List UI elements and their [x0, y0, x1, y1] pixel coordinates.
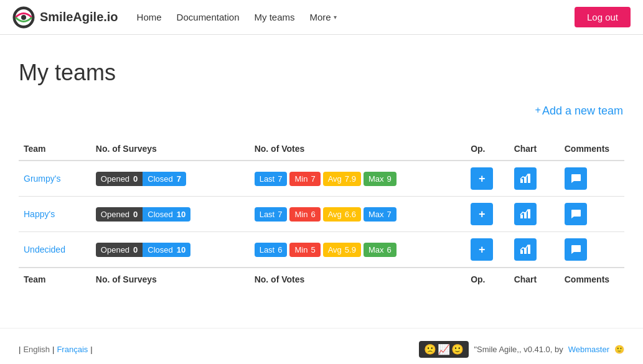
add-op-button-happys[interactable]: +: [471, 203, 493, 225]
footer-col-surveys: No. of Surveys: [91, 268, 250, 291]
nav-more-dropdown[interactable]: More ▾: [310, 12, 337, 22]
survey-badges-undecided: Opened 0 Closed 10: [96, 243, 245, 257]
table-body: Grumpy's Opened 0 Closed 7: [19, 161, 624, 268]
survey-badges-happys: Opened 0 Closed 10: [96, 207, 245, 222]
add-team-link[interactable]: + Add a new team: [535, 105, 624, 118]
comment-icon: [570, 208, 581, 220]
webmaster-link[interactable]: Webmaster: [568, 345, 609, 354]
lang-english: English: [23, 345, 50, 354]
table-header: Team No. of Surveys No. of Votes Op. Cha…: [19, 138, 624, 161]
max-badge: Max 6: [364, 243, 397, 257]
comment-button-grumpys[interactable]: [565, 167, 587, 190]
closed-label: Closed: [148, 210, 172, 219]
nav-myteams[interactable]: My teams: [255, 12, 295, 22]
add-op-button-undecided[interactable]: +: [471, 238, 493, 261]
avg-badge: Avg 7.9: [323, 172, 361, 186]
vote-badges-undecided: Last 6 Min 5 Avg 5.9 Max: [255, 243, 461, 257]
opened-count: 0: [133, 245, 138, 254]
closed-badge-undecided: Closed 10: [143, 243, 190, 257]
nav-links: Home Documentation My teams More ▾: [137, 12, 575, 22]
closed-badge-happys: Closed 10: [143, 207, 190, 222]
opened-count: 0: [133, 210, 138, 219]
min-badge: Min 7: [289, 172, 320, 186]
closed-count: 10: [177, 210, 185, 219]
footer-col-chart: Chart: [509, 268, 560, 291]
plus-icon: +: [535, 105, 541, 118]
opened-badge-undecided: Opened 0: [96, 243, 143, 257]
col-surveys: No. of Surveys: [91, 138, 250, 161]
svg-rect-8: [528, 210, 530, 218]
svg-rect-9: [520, 250, 523, 254]
col-op: Op.: [466, 138, 509, 161]
opened-badge-happys: Opened 0: [96, 207, 143, 222]
chart-icon: [520, 208, 531, 220]
footer-col-votes: No. of Votes: [250, 268, 466, 291]
team-link-grumpys[interactable]: Grumpy's: [24, 174, 60, 184]
chart-button-undecided[interactable]: [514, 238, 537, 261]
max-badge: Max 7: [364, 207, 397, 222]
language-selector: | English | Français |: [19, 345, 93, 354]
page-footer: | English | Français | 🙁 📈 🙂 "Smile Agil…: [0, 328, 643, 364]
chevron-down-icon: ▾: [334, 14, 337, 21]
chart-small-icon: 📈: [438, 343, 450, 355]
avg-badge: Avg 6.6: [323, 207, 361, 222]
col-chart: Chart: [509, 138, 560, 161]
col-comments: Comments: [560, 138, 624, 161]
smiley-icon: 🙂: [614, 345, 624, 354]
op-label: Op.: [471, 144, 485, 154]
min-badge: Min 6: [289, 207, 320, 222]
opened-label: Opened: [101, 174, 129, 184]
opened-label: Opened: [101, 245, 129, 254]
lang-francais-link[interactable]: Français: [57, 345, 88, 354]
add-op-button-grumpys[interactable]: +: [471, 167, 493, 190]
table-row: Undecided Opened 0 Closed 10: [19, 232, 624, 268]
closed-badge-grumpys: Closed 7: [143, 172, 186, 186]
chart-icon: [520, 244, 531, 255]
comment-button-undecided[interactable]: [565, 238, 587, 261]
teams-table: Team No. of Surveys No. of Votes Op. Cha…: [19, 138, 624, 291]
svg-rect-6: [520, 215, 523, 218]
nav-more-label: More: [310, 12, 331, 22]
table-row: Grumpy's Opened 0 Closed 7: [19, 161, 624, 197]
table-footer: Team No. of Surveys No. of Votes Op. Cha…: [19, 268, 624, 291]
team-link-happys[interactable]: Happy's: [24, 209, 55, 219]
chart-button-grumpys[interactable]: [514, 167, 537, 190]
closed-label: Closed: [148, 174, 172, 184]
survey-badges-grumpys: Opened 0 Closed 7: [96, 172, 245, 186]
vote-badges-happys: Last 7 Min 6 Avg 6.6 Max: [255, 207, 461, 222]
closed-label: Closed: [148, 245, 172, 254]
last-badge: Last 7: [255, 172, 288, 186]
footer-icon-group: 🙁 📈 🙂: [419, 341, 469, 358]
lang-separator: |: [52, 345, 54, 354]
logout-button[interactable]: Log out: [575, 7, 631, 27]
nav-home[interactable]: Home: [137, 12, 162, 22]
footer-col-op: Op.: [466, 268, 509, 291]
col-votes: No. of Votes: [250, 138, 466, 161]
smile-icon: 🙂: [451, 343, 464, 355]
table-row: Happy's Opened 0 Closed 10: [19, 197, 624, 232]
svg-rect-3: [520, 179, 523, 183]
chart-button-happys[interactable]: [514, 203, 537, 225]
frown-icon: 🙁: [424, 343, 436, 355]
opened-label: Opened: [101, 210, 129, 219]
footer-col-comments: Comments: [560, 268, 624, 291]
svg-rect-11: [528, 245, 530, 254]
navbar: SmileAgile.io Home Documentation My team…: [0, 0, 643, 35]
comment-button-happys[interactable]: [565, 203, 587, 225]
chart-icon: [520, 173, 531, 184]
lang-separator: |: [90, 345, 92, 354]
last-badge: Last 6: [255, 243, 288, 257]
footer-center: 🙁 📈 🙂 "Smile Agile,, v0.41.0, by Webmast…: [419, 341, 624, 358]
footer-version-text: "Smile Agile,, v0.41.0, by: [474, 345, 563, 354]
logo[interactable]: SmileAgile.io: [12, 6, 118, 29]
col-team: Team: [19, 138, 91, 161]
team-link-undecided[interactable]: Undecided: [24, 245, 65, 254]
closed-count: 7: [177, 174, 181, 184]
opened-count: 0: [133, 174, 138, 184]
comment-icon: [570, 173, 581, 184]
max-badge: Max 9: [364, 172, 397, 186]
main-content: My teams + Add a new team Team No. of Su…: [0, 35, 643, 303]
logo-text: SmileAgile.io: [40, 10, 118, 24]
opened-badge-grumpys: Opened 0: [96, 172, 143, 186]
nav-documentation[interactable]: Documentation: [177, 12, 240, 22]
